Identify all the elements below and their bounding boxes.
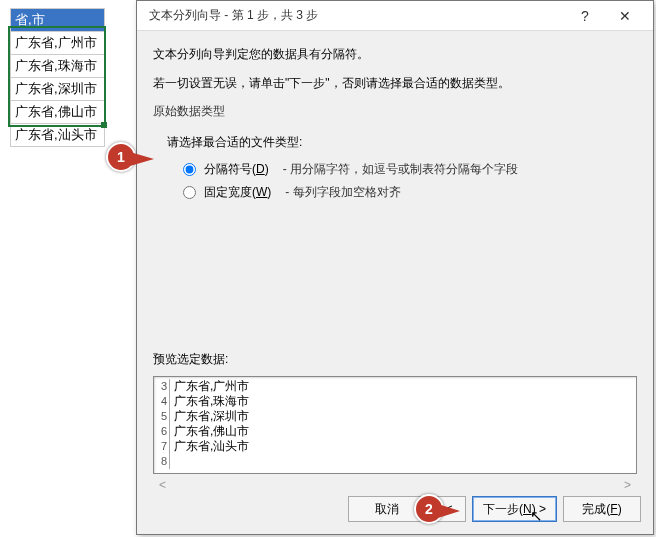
group-legend: 原始数据类型 xyxy=(153,103,637,120)
preview-scroll-hints: < > xyxy=(153,474,637,496)
radio-fixed-width-row[interactable]: 固定宽度(W) - 每列字段加空格对齐 xyxy=(183,184,627,201)
next-button[interactable]: 下一步(N) > xyxy=(472,496,557,522)
close-icon: ✕ xyxy=(619,8,631,24)
sheet-cell[interactable]: 广东省,汕头市 xyxy=(11,124,105,147)
radio-fixed-width[interactable] xyxy=(183,186,196,199)
sheet-cell[interactable]: 广东省,珠海市 xyxy=(11,55,105,78)
close-button[interactable]: ✕ xyxy=(605,2,645,30)
radio-delimited-row[interactable]: 分隔符号(D) - 用分隔字符，如逗号或制表符分隔每个字段 xyxy=(183,161,627,178)
sheet-cell[interactable]: 广东省,佛山市 xyxy=(11,101,105,124)
help-icon: ? xyxy=(581,8,589,24)
sheet-cell[interactable]: 广东省,深圳市 xyxy=(11,78,105,101)
preview-box[interactable]: 3广东省,广州市 4广东省,珠海市 5广东省,深圳市 6广东省,佛山市 7广东省… xyxy=(153,376,637,474)
scroll-left-icon[interactable]: < xyxy=(159,478,166,492)
radio-delimited[interactable] xyxy=(183,163,196,176)
annotation-marker-1: 1 xyxy=(106,142,136,172)
preview-row: 7广东省,汕头市 xyxy=(156,439,634,454)
original-data-type-group: 原始数据类型 请选择最合适的文件类型: 分隔符号(D) - 用分隔字符，如逗号或… xyxy=(153,103,637,221)
annotation-marker-2: 2 xyxy=(414,494,444,524)
preview-row: 3广东省,广州市 xyxy=(156,379,634,394)
spreadsheet-column: 省,市 广东省,广州市 广东省,珠海市 广东省,深圳市 广东省,佛山市 广东省,… xyxy=(10,8,105,147)
preview-row: 6广东省,佛山市 xyxy=(156,424,634,439)
dialog-titlebar[interactable]: 文本分列向导 - 第 1 步，共 3 步 ? ✕ xyxy=(137,1,653,31)
preview-label: 预览选定数据: xyxy=(153,351,637,368)
scroll-right-icon[interactable]: > xyxy=(624,478,631,492)
preview-row: 5广东省,深圳市 xyxy=(156,409,634,424)
sheet-cell[interactable]: 广东省,广州市 xyxy=(11,32,105,55)
finish-button[interactable]: 完成(F) xyxy=(563,496,641,522)
radio-delimited-label: 分隔符号(D) xyxy=(204,161,269,178)
intro-text-1: 文本分列向导判定您的数据具有分隔符。 xyxy=(153,45,637,64)
preview-row: 4广东省,珠海市 xyxy=(156,394,634,409)
text-to-columns-wizard-dialog: 文本分列向导 - 第 1 步，共 3 步 ? ✕ 文本分列向导判定您的数据具有分… xyxy=(136,0,654,535)
preview-block: 预览选定数据: 3广东省,广州市 4广东省,珠海市 5广东省,深圳市 6广东省,… xyxy=(153,351,637,496)
intro-text-2: 若一切设置无误，请单击"下一步"，否则请选择最合适的数据类型。 xyxy=(153,74,637,93)
dialog-button-row: 取消 < 下一步(N) > 完成(F) xyxy=(348,496,641,522)
radio-fixed-width-label: 固定宽度(W) xyxy=(204,184,271,201)
dialog-body: 文本分列向导判定您的数据具有分隔符。 若一切设置无误，请单击"下一步"，否则请选… xyxy=(137,31,653,506)
sheet-header-cell[interactable]: 省,市 xyxy=(11,9,105,32)
preview-row: 8 xyxy=(156,454,634,469)
dialog-title: 文本分列向导 - 第 1 步，共 3 步 xyxy=(149,7,565,24)
file-type-prompt: 请选择最合适的文件类型: xyxy=(167,134,627,151)
radio-fixed-width-desc: - 每列字段加空格对齐 xyxy=(285,184,400,201)
radio-delimited-desc: - 用分隔字符，如逗号或制表符分隔每个字段 xyxy=(283,161,518,178)
help-button[interactable]: ? xyxy=(565,2,605,30)
